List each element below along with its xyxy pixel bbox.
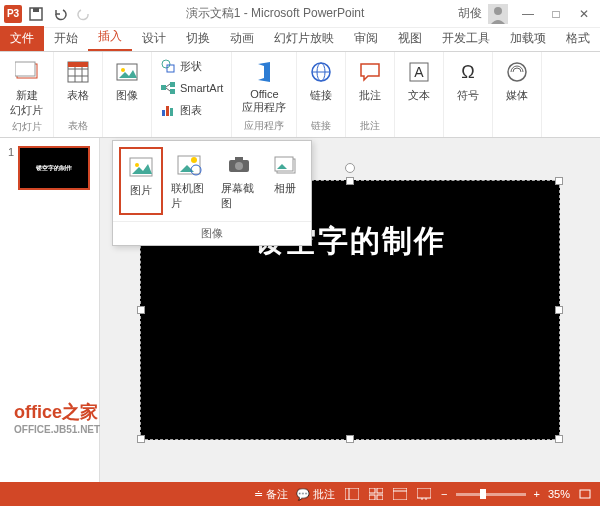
- notes-icon: ≐: [254, 488, 263, 501]
- group-symbols: Ω符号: [444, 52, 493, 137]
- svg-rect-43: [369, 488, 375, 493]
- handle-br[interactable]: [555, 435, 563, 443]
- thumb-preview: 镂空字的制作: [18, 146, 90, 190]
- svg-rect-5: [15, 62, 35, 76]
- user-area[interactable]: 胡俊: [458, 4, 508, 24]
- media-icon: [503, 58, 531, 86]
- slideshow-view-icon[interactable]: [415, 486, 433, 502]
- zoom-slider[interactable]: [456, 493, 526, 496]
- fit-icon[interactable]: [578, 488, 592, 500]
- handle-tm[interactable]: [346, 177, 354, 185]
- ribbon: 新建 幻灯片 幻灯片 表格 表格 图像 形状 SmartArt 图表: [0, 52, 600, 138]
- group-apps: Office 应用程序 应用程序: [232, 52, 297, 137]
- redo-icon[interactable]: [76, 6, 92, 22]
- normal-view-icon[interactable]: [343, 486, 361, 502]
- svg-rect-23: [170, 108, 173, 116]
- view-buttons: [343, 486, 433, 502]
- zoom-level[interactable]: 35%: [548, 488, 570, 500]
- window-controls: — □ ✕: [516, 4, 596, 24]
- svg-rect-21: [162, 110, 165, 116]
- link-icon: [307, 58, 335, 86]
- handle-ml[interactable]: [137, 306, 145, 314]
- online-picture-button[interactable]: 联机图片: [165, 147, 213, 215]
- svg-point-32: [135, 163, 139, 167]
- group-links: 链接 链接: [297, 52, 346, 137]
- tab-insert[interactable]: 插入: [88, 24, 132, 51]
- svg-rect-1: [33, 8, 39, 12]
- svg-point-34: [191, 157, 197, 163]
- window-title: 演示文稿1 - Microsoft PowerPoint: [92, 5, 458, 22]
- online-picture-icon: [175, 151, 203, 179]
- notes-button[interactable]: ≐备注: [254, 487, 288, 502]
- svg-rect-18: [170, 89, 175, 94]
- reading-view-icon[interactable]: [391, 486, 409, 502]
- handle-bl[interactable]: [137, 435, 145, 443]
- rotate-handle[interactable]: [345, 163, 355, 173]
- table-button[interactable]: 表格: [60, 56, 96, 105]
- group-media: 媒体: [493, 52, 542, 137]
- symbol-icon: Ω: [454, 58, 482, 86]
- image-dropdown: 图片 联机图片 屏幕截图 相册 图像: [112, 140, 312, 246]
- screenshot-icon: [225, 151, 253, 179]
- chart-button[interactable]: 图表: [158, 100, 204, 120]
- office-apps-icon: [250, 58, 278, 86]
- save-icon[interactable]: [28, 6, 44, 22]
- zoom-in-icon[interactable]: +: [534, 488, 540, 500]
- tab-developer[interactable]: 开发工具: [432, 26, 500, 51]
- zoom-thumb[interactable]: [480, 489, 486, 499]
- close-icon[interactable]: ✕: [572, 4, 596, 24]
- tab-file[interactable]: 文件: [0, 26, 44, 51]
- shapes-button[interactable]: 形状: [158, 56, 204, 76]
- handle-bm[interactable]: [346, 435, 354, 443]
- tab-slideshow[interactable]: 幻灯片放映: [264, 26, 344, 51]
- svg-rect-44: [377, 488, 383, 493]
- svg-rect-17: [170, 82, 175, 87]
- smartart-icon: [160, 80, 176, 96]
- svg-text:Ω: Ω: [462, 62, 475, 82]
- svg-rect-22: [166, 106, 169, 116]
- svg-rect-41: [345, 488, 359, 500]
- text-button[interactable]: A文本: [401, 56, 437, 105]
- picture-button[interactable]: 图片: [119, 147, 163, 215]
- tab-transitions[interactable]: 切换: [176, 26, 220, 51]
- tab-addins[interactable]: 加载项: [500, 26, 556, 51]
- tab-format[interactable]: 格式: [556, 26, 600, 51]
- undo-icon[interactable]: [52, 6, 68, 22]
- maximize-icon[interactable]: □: [544, 4, 568, 24]
- svg-rect-46: [377, 495, 383, 500]
- tab-home[interactable]: 开始: [44, 26, 88, 51]
- image-button[interactable]: 图像: [109, 56, 145, 105]
- link-button[interactable]: 链接: [303, 56, 339, 105]
- group-images: 图像: [103, 52, 152, 137]
- office-apps-button[interactable]: Office 应用程序: [238, 56, 290, 117]
- thumbnail-1[interactable]: 1 镂空字的制作: [8, 146, 91, 190]
- screenshot-button[interactable]: 屏幕截图: [215, 147, 263, 215]
- sorter-view-icon[interactable]: [367, 486, 385, 502]
- handle-tr[interactable]: [555, 177, 563, 185]
- album-icon: [271, 151, 299, 179]
- media-button[interactable]: 媒体: [499, 56, 535, 105]
- comment-button[interactable]: 批注: [352, 56, 388, 105]
- tab-view[interactable]: 视图: [388, 26, 432, 51]
- shapes-icon: [160, 58, 176, 74]
- svg-point-37: [235, 162, 243, 170]
- album-button[interactable]: 相册: [265, 147, 305, 215]
- minimize-icon[interactable]: —: [516, 4, 540, 24]
- svg-line-19: [166, 84, 170, 87]
- zoom-out-icon[interactable]: −: [441, 488, 447, 500]
- svg-point-13: [121, 68, 125, 72]
- watermark: office之家 OFFICE.JB51.NET: [14, 400, 100, 435]
- handle-mr[interactable]: [555, 306, 563, 314]
- group-tables: 表格 表格: [54, 52, 103, 137]
- group-slides: 新建 幻灯片 幻灯片: [0, 52, 54, 137]
- symbol-button[interactable]: Ω符号: [450, 56, 486, 105]
- tab-design[interactable]: 设计: [132, 26, 176, 51]
- tab-animations[interactable]: 动画: [220, 26, 264, 51]
- comments-button[interactable]: 💬批注: [296, 487, 335, 502]
- chart-icon: [160, 102, 176, 118]
- new-slide-button[interactable]: 新建 幻灯片: [6, 56, 47, 120]
- comment-icon: [356, 58, 384, 86]
- tab-review[interactable]: 审阅: [344, 26, 388, 51]
- new-slide-icon: [13, 58, 41, 86]
- smartart-button[interactable]: SmartArt: [158, 78, 225, 98]
